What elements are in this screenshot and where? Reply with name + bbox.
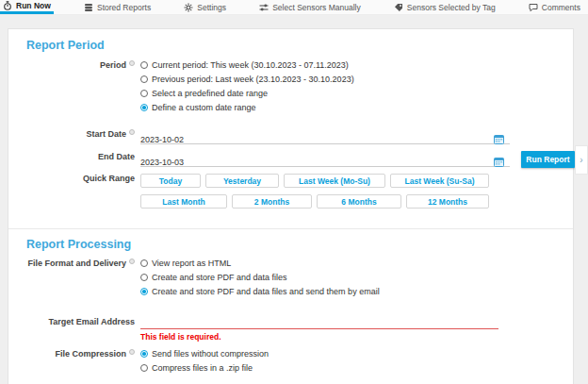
quick-range-row-2: Last Month 2 Months 6 Months 12 Months	[140, 194, 489, 209]
radio-icon	[140, 61, 148, 69]
comment-icon	[529, 3, 538, 12]
radio-icon-selected	[140, 288, 148, 295]
tab-run-now[interactable]: Run Now	[0, 0, 54, 14]
quick-range-row-1: Today Yesterday Last Week (Mo-Su) Last W…	[140, 174, 489, 188]
quick-range-12-months-button[interactable]: 12 Months	[406, 194, 489, 209]
tag-icon	[394, 3, 403, 12]
file-format-row: File Format and Delivery View report as …	[8, 259, 565, 296]
quick-range-label: Quick Range	[8, 174, 135, 183]
start-date-label: Start Date	[8, 129, 135, 139]
side-panel-expand-handle[interactable]: ›	[575, 145, 588, 175]
report-period-heading: Report Period	[26, 39, 105, 52]
quick-range-last-week-mo-su-button[interactable]: Last Week (Mo-Su)	[284, 174, 385, 188]
info-icon[interactable]	[129, 129, 135, 135]
radio-icon-selected	[140, 104, 148, 111]
radio-current-period[interactable]: Current period: This week (30.10.2023 - …	[140, 60, 565, 70]
file-compression-label: File Compression	[8, 349, 135, 359]
end-date-label: End Date	[8, 152, 135, 161]
radio-store-pdf[interactable]: Create and store PDF and data files	[140, 273, 565, 282]
info-icon[interactable]	[129, 349, 135, 355]
chevron-right-icon: ›	[580, 155, 582, 165]
tab-label: Stored Reports	[97, 3, 151, 12]
info-icon[interactable]	[129, 259, 135, 264]
radio-icon	[140, 259, 148, 267]
target-email-label: Target Email Address	[8, 317, 135, 326]
tab-stored-reports[interactable]: Stored Reports	[81, 0, 154, 14]
sliders-icon	[259, 3, 269, 12]
radio-store-pdf-email[interactable]: Create and store PDF and data files and …	[140, 287, 565, 296]
radio-icon	[140, 90, 148, 97]
file-compression-row: File Compression Send files without comp…	[8, 349, 565, 373]
tab-label: Run Now	[16, 1, 51, 10]
radio-custom-range[interactable]: Define a custom date range	[140, 103, 565, 112]
file-format-options: View report as HTML Create and store PDF…	[140, 259, 565, 296]
tab-select-sensors-manually[interactable]: Select Sensors Manually	[256, 0, 364, 14]
tab-label: Comments	[542, 3, 580, 12]
radio-predefined-range[interactable]: Select a predefined date range	[140, 89, 565, 98]
radio-previous-period[interactable]: Previous period: Last week (23.10.2023 -…	[140, 75, 565, 84]
radio-view-html[interactable]: View report as HTML	[140, 259, 565, 268]
quick-range-6-months-button[interactable]: 6 Months	[317, 194, 401, 209]
tab-label: Settings	[197, 3, 226, 12]
radio-icon	[140, 364, 148, 372]
calendar-icon[interactable]	[494, 154, 504, 171]
tab-label: Sensors Selected by Tag	[407, 3, 496, 12]
radio-no-compression[interactable]: Send files without compression	[140, 349, 565, 359]
radio-icon	[140, 75, 148, 83]
gear-icon	[184, 3, 193, 12]
period-row: Period Current period: This week (30.10.…	[8, 60, 565, 112]
quick-range-yesterday-button[interactable]: Yesterday	[205, 174, 279, 188]
validation-error-message: This field is required.	[140, 332, 565, 342]
stopwatch-icon	[3, 1, 12, 10]
end-date-input[interactable]: 2023-10-03	[140, 152, 510, 167]
quick-range-last-month-button[interactable]: Last Month	[140, 194, 227, 209]
radio-icon	[140, 274, 148, 281]
start-date-input[interactable]: 2023-10-02	[140, 129, 510, 144]
info-icon[interactable]	[129, 60, 135, 66]
start-date-row: Start Date 2023-10-02	[8, 129, 565, 144]
section-divider	[8, 228, 573, 229]
file-format-label: File Format and Delivery	[8, 259, 135, 268]
quick-range-last-week-su-sa-button[interactable]: Last Week (Su-Sa)	[390, 174, 489, 188]
run-report-button[interactable]: Run Report	[521, 151, 575, 168]
target-email-input[interactable]	[140, 317, 498, 329]
file-compression-options: Send files without compression Compress …	[140, 349, 565, 373]
radio-icon-selected	[140, 350, 148, 358]
report-settings-card: Report Period Period Current period: Thi…	[8, 28, 574, 384]
end-date-row: End Date 2023-10-03	[8, 152, 565, 167]
tab-settings[interactable]: Settings	[181, 0, 229, 14]
quick-range-today-button[interactable]: Today	[140, 174, 201, 188]
report-processing-heading: Report Processing	[26, 238, 131, 251]
period-options: Current period: This week (30.10.2023 - …	[140, 60, 565, 112]
period-label: Period	[8, 60, 135, 70]
tab-comments[interactable]: Comments	[526, 0, 583, 14]
database-icon	[84, 3, 93, 12]
quick-range-row: Quick Range Today Yesterday Last Week (M…	[8, 174, 565, 215]
tab-bar: Run Now Stored Reports Settings Select S…	[0, 0, 588, 15]
tab-label: Select Sensors Manually	[272, 3, 361, 12]
calendar-icon[interactable]	[494, 131, 504, 148]
target-email-row: Target Email Address This field is requi…	[8, 317, 565, 342]
radio-zip-compression[interactable]: Compress files in a .zip file	[140, 363, 565, 373]
tab-sensors-selected-by-tag[interactable]: Sensors Selected by Tag	[391, 0, 498, 14]
quick-range-2-months-button[interactable]: 2 Months	[232, 194, 312, 209]
